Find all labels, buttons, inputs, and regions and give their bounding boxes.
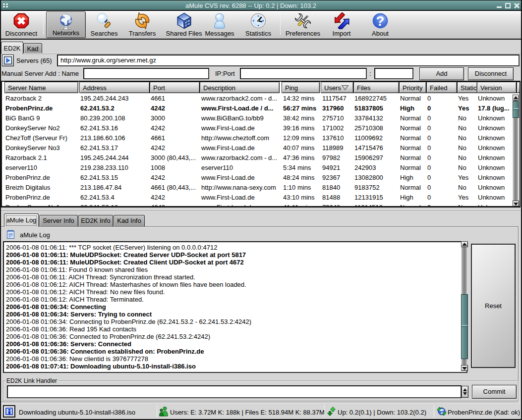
svg-text:?: ? — [376, 13, 385, 29]
